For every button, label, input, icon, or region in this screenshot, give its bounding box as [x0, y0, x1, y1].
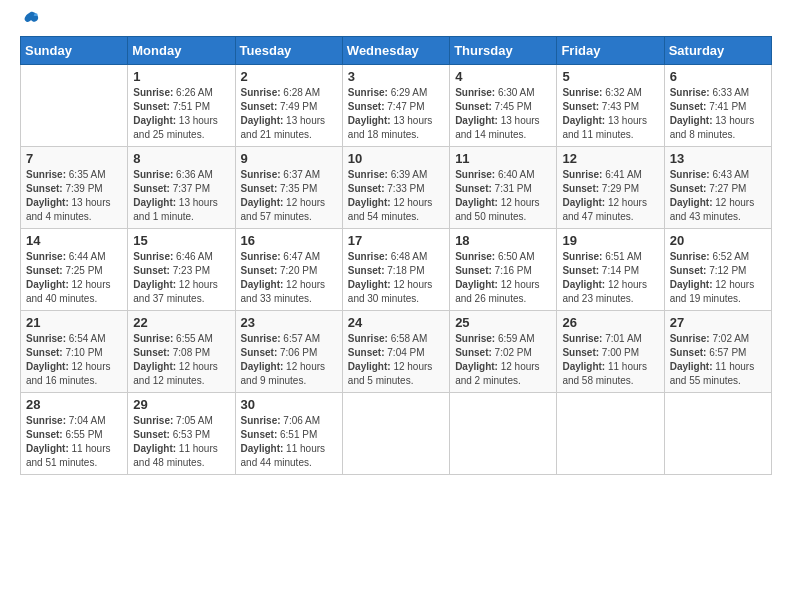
header-tuesday: Tuesday [235, 37, 342, 65]
calendar-cell: 15Sunrise: 6:46 AMSunset: 7:23 PMDayligh… [128, 229, 235, 311]
calendar-cell: 28Sunrise: 7:04 AMSunset: 6:55 PMDayligh… [21, 393, 128, 475]
header-monday: Monday [128, 37, 235, 65]
day-number: 24 [348, 315, 444, 330]
calendar-cell: 24Sunrise: 6:58 AMSunset: 7:04 PMDayligh… [342, 311, 449, 393]
day-info: Sunrise: 6:36 AMSunset: 7:37 PMDaylight:… [133, 168, 229, 224]
calendar-week-row: 21Sunrise: 6:54 AMSunset: 7:10 PMDayligh… [21, 311, 772, 393]
day-info: Sunrise: 6:41 AMSunset: 7:29 PMDaylight:… [562, 168, 658, 224]
day-number: 14 [26, 233, 122, 248]
header-saturday: Saturday [664, 37, 771, 65]
day-number: 30 [241, 397, 337, 412]
calendar-cell: 10Sunrise: 6:39 AMSunset: 7:33 PMDayligh… [342, 147, 449, 229]
calendar-cell: 18Sunrise: 6:50 AMSunset: 7:16 PMDayligh… [450, 229, 557, 311]
day-number: 8 [133, 151, 229, 166]
day-number: 10 [348, 151, 444, 166]
calendar-cell: 11Sunrise: 6:40 AMSunset: 7:31 PMDayligh… [450, 147, 557, 229]
day-info: Sunrise: 7:06 AMSunset: 6:51 PMDaylight:… [241, 414, 337, 470]
day-info: Sunrise: 6:26 AMSunset: 7:51 PMDaylight:… [133, 86, 229, 142]
calendar-week-row: 28Sunrise: 7:04 AMSunset: 6:55 PMDayligh… [21, 393, 772, 475]
calendar-cell [342, 393, 449, 475]
day-number: 26 [562, 315, 658, 330]
day-info: Sunrise: 6:40 AMSunset: 7:31 PMDaylight:… [455, 168, 551, 224]
day-info: Sunrise: 6:43 AMSunset: 7:27 PMDaylight:… [670, 168, 766, 224]
day-number: 4 [455, 69, 551, 84]
day-number: 11 [455, 151, 551, 166]
day-info: Sunrise: 6:52 AMSunset: 7:12 PMDaylight:… [670, 250, 766, 306]
day-info: Sunrise: 7:04 AMSunset: 6:55 PMDaylight:… [26, 414, 122, 470]
calendar-header-row: Sunday Monday Tuesday Wednesday Thursday… [21, 37, 772, 65]
day-info: Sunrise: 6:46 AMSunset: 7:23 PMDaylight:… [133, 250, 229, 306]
day-info: Sunrise: 6:33 AMSunset: 7:41 PMDaylight:… [670, 86, 766, 142]
day-number: 12 [562, 151, 658, 166]
calendar-cell: 13Sunrise: 6:43 AMSunset: 7:27 PMDayligh… [664, 147, 771, 229]
day-number: 29 [133, 397, 229, 412]
calendar-cell: 12Sunrise: 6:41 AMSunset: 7:29 PMDayligh… [557, 147, 664, 229]
calendar-cell: 5Sunrise: 6:32 AMSunset: 7:43 PMDaylight… [557, 65, 664, 147]
calendar-cell: 14Sunrise: 6:44 AMSunset: 7:25 PMDayligh… [21, 229, 128, 311]
day-number: 5 [562, 69, 658, 84]
day-number: 6 [670, 69, 766, 84]
calendar-cell: 25Sunrise: 6:59 AMSunset: 7:02 PMDayligh… [450, 311, 557, 393]
day-info: Sunrise: 6:48 AMSunset: 7:18 PMDaylight:… [348, 250, 444, 306]
header-wednesday: Wednesday [342, 37, 449, 65]
header [20, 18, 772, 28]
day-number: 22 [133, 315, 229, 330]
day-number: 17 [348, 233, 444, 248]
calendar-cell: 6Sunrise: 6:33 AMSunset: 7:41 PMDaylight… [664, 65, 771, 147]
calendar-cell: 23Sunrise: 6:57 AMSunset: 7:06 PMDayligh… [235, 311, 342, 393]
day-info: Sunrise: 6:32 AMSunset: 7:43 PMDaylight:… [562, 86, 658, 142]
calendar-week-row: 1Sunrise: 6:26 AMSunset: 7:51 PMDaylight… [21, 65, 772, 147]
calendar-cell: 26Sunrise: 7:01 AMSunset: 7:00 PMDayligh… [557, 311, 664, 393]
day-number: 3 [348, 69, 444, 84]
header-friday: Friday [557, 37, 664, 65]
day-number: 18 [455, 233, 551, 248]
header-sunday: Sunday [21, 37, 128, 65]
calendar-cell: 4Sunrise: 6:30 AMSunset: 7:45 PMDaylight… [450, 65, 557, 147]
page: Sunday Monday Tuesday Wednesday Thursday… [0, 0, 792, 612]
day-info: Sunrise: 6:29 AMSunset: 7:47 PMDaylight:… [348, 86, 444, 142]
logo-bird-icon [22, 10, 40, 28]
calendar-cell: 29Sunrise: 7:05 AMSunset: 6:53 PMDayligh… [128, 393, 235, 475]
day-number: 2 [241, 69, 337, 84]
calendar-cell: 30Sunrise: 7:06 AMSunset: 6:51 PMDayligh… [235, 393, 342, 475]
day-info: Sunrise: 6:35 AMSunset: 7:39 PMDaylight:… [26, 168, 122, 224]
day-number: 28 [26, 397, 122, 412]
day-number: 1 [133, 69, 229, 84]
calendar-cell: 8Sunrise: 6:36 AMSunset: 7:37 PMDaylight… [128, 147, 235, 229]
calendar-cell: 2Sunrise: 6:28 AMSunset: 7:49 PMDaylight… [235, 65, 342, 147]
header-thursday: Thursday [450, 37, 557, 65]
day-info: Sunrise: 6:44 AMSunset: 7:25 PMDaylight:… [26, 250, 122, 306]
day-info: Sunrise: 6:55 AMSunset: 7:08 PMDaylight:… [133, 332, 229, 388]
day-number: 16 [241, 233, 337, 248]
day-info: Sunrise: 6:39 AMSunset: 7:33 PMDaylight:… [348, 168, 444, 224]
day-info: Sunrise: 6:37 AMSunset: 7:35 PMDaylight:… [241, 168, 337, 224]
day-info: Sunrise: 6:57 AMSunset: 7:06 PMDaylight:… [241, 332, 337, 388]
day-info: Sunrise: 6:58 AMSunset: 7:04 PMDaylight:… [348, 332, 444, 388]
day-info: Sunrise: 7:01 AMSunset: 7:00 PMDaylight:… [562, 332, 658, 388]
calendar-cell: 9Sunrise: 6:37 AMSunset: 7:35 PMDaylight… [235, 147, 342, 229]
calendar-cell [557, 393, 664, 475]
calendar-week-row: 7Sunrise: 6:35 AMSunset: 7:39 PMDaylight… [21, 147, 772, 229]
day-info: Sunrise: 6:54 AMSunset: 7:10 PMDaylight:… [26, 332, 122, 388]
day-info: Sunrise: 7:05 AMSunset: 6:53 PMDaylight:… [133, 414, 229, 470]
day-number: 25 [455, 315, 551, 330]
day-info: Sunrise: 6:51 AMSunset: 7:14 PMDaylight:… [562, 250, 658, 306]
day-info: Sunrise: 7:02 AMSunset: 6:57 PMDaylight:… [670, 332, 766, 388]
day-info: Sunrise: 6:50 AMSunset: 7:16 PMDaylight:… [455, 250, 551, 306]
day-info: Sunrise: 6:28 AMSunset: 7:49 PMDaylight:… [241, 86, 337, 142]
calendar-cell: 3Sunrise: 6:29 AMSunset: 7:47 PMDaylight… [342, 65, 449, 147]
calendar-cell [664, 393, 771, 475]
day-number: 21 [26, 315, 122, 330]
day-number: 7 [26, 151, 122, 166]
calendar-cell: 16Sunrise: 6:47 AMSunset: 7:20 PMDayligh… [235, 229, 342, 311]
day-number: 27 [670, 315, 766, 330]
calendar-cell: 19Sunrise: 6:51 AMSunset: 7:14 PMDayligh… [557, 229, 664, 311]
day-info: Sunrise: 6:47 AMSunset: 7:20 PMDaylight:… [241, 250, 337, 306]
calendar-cell [21, 65, 128, 147]
calendar-table: Sunday Monday Tuesday Wednesday Thursday… [20, 36, 772, 475]
day-number: 15 [133, 233, 229, 248]
calendar-week-row: 14Sunrise: 6:44 AMSunset: 7:25 PMDayligh… [21, 229, 772, 311]
calendar-cell: 7Sunrise: 6:35 AMSunset: 7:39 PMDaylight… [21, 147, 128, 229]
day-number: 9 [241, 151, 337, 166]
day-info: Sunrise: 6:30 AMSunset: 7:45 PMDaylight:… [455, 86, 551, 142]
